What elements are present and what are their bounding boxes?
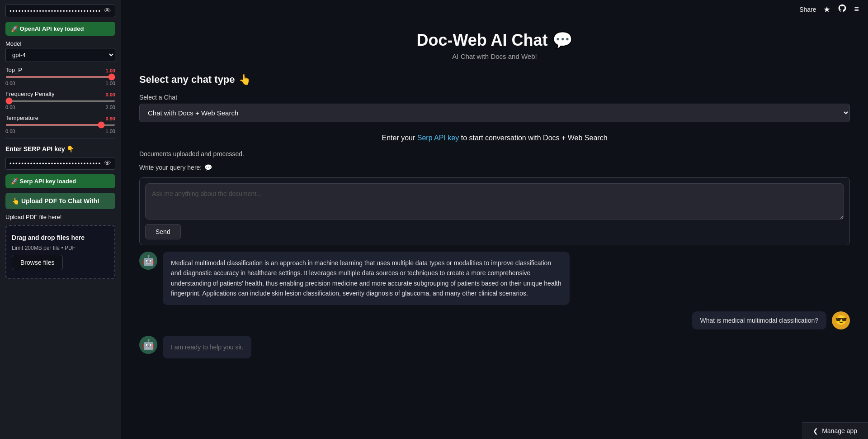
title-icon: 💬: [552, 31, 573, 50]
bot-bubble-1: Medical multimodal classification is an …: [163, 252, 570, 305]
query-input-section: Send: [139, 177, 850, 245]
menu-icon[interactable]: ≡: [854, 5, 859, 14]
chat-area: 🤖 Medical multimodal classification is a…: [139, 252, 850, 367]
main-subtitle: AI Chat with Docs and Web!: [121, 52, 868, 60]
serp-api-key-input[interactable]: [9, 160, 101, 167]
select-chat-icon: 👆: [239, 74, 251, 86]
top-p-max: 1.00: [106, 81, 115, 86]
star-icon[interactable]: ★: [823, 5, 830, 14]
serp-status-badge: 🚀 Serp API key loaded: [5, 174, 115, 188]
serp-eye-icon[interactable]: 👁: [104, 159, 111, 167]
freq-penalty-label: Frequency Penalty: [5, 91, 54, 97]
top-p-slider[interactable]: [5, 76, 115, 78]
top-p-min: 0.00: [5, 81, 15, 86]
bot-avatar-1: 🤖: [139, 252, 157, 270]
top-p-label: Top_P: [5, 67, 22, 73]
user-message-1: What is medical multimodal classificatio…: [139, 311, 850, 329]
openai-api-key-wrap: 👁: [5, 5, 115, 17]
file-dropzone[interactable]: Drag and drop files here Limit 200MB per…: [5, 225, 115, 279]
main-title: Doc-Web AI Chat 💬: [121, 31, 868, 50]
serp-api-key-wrap: 👁: [5, 157, 115, 170]
bot-avatar-2: 🤖: [139, 336, 157, 354]
openai-status-badge: 🚀 OpenAI API key loaded: [5, 22, 115, 36]
temperature-max: 1.00: [106, 129, 115, 134]
query-textarea[interactable]: [145, 183, 844, 220]
freq-penalty-max: 2.00: [106, 105, 115, 110]
dropzone-limit: Limit 200MB per file • PDF: [12, 245, 75, 251]
upload-pdf-button[interactable]: 👆 Upload PDF To Chat With!: [5, 193, 115, 209]
top-p-value: 1.00: [106, 68, 115, 73]
bot-message-1: 🤖 Medical multimodal classification is a…: [139, 252, 850, 305]
upload-pdf-label: Upload PDF file here!: [5, 214, 115, 220]
temperature-value: 0.90: [106, 116, 115, 121]
model-select[interactable]: gpt-4 gpt-3.5-turbo gpt-4-turbo: [5, 48, 115, 62]
manage-chevron-icon: ❮: [813, 427, 818, 434]
temperature-slider[interactable]: [5, 124, 115, 126]
serp-api-link[interactable]: Serp API key: [417, 134, 459, 142]
bot-bubble-2: I am ready to help you sir.: [163, 336, 251, 358]
topbar: Share ★ ≡: [790, 0, 868, 19]
freq-penalty-value: 0.00: [106, 92, 115, 97]
freq-penalty-slider[interactable]: [5, 100, 115, 102]
browse-files-button[interactable]: Browse files: [12, 255, 63, 270]
model-label: Model: [5, 40, 115, 47]
freq-penalty-min: 0.00: [5, 105, 15, 110]
user-bubble-1: What is medical multimodal classificatio…: [692, 311, 826, 329]
user-avatar-1: 😎: [832, 311, 850, 329]
bot-message-2: 🤖 I am ready to help you sir.: [139, 336, 850, 358]
model-section: Model gpt-4 gpt-3.5-turbo gpt-4-turbo: [5, 40, 115, 62]
temperature-section: Temperature 0.90 0.00 1.00: [5, 115, 115, 134]
serp-section-title: Enter SERP API key 👇: [5, 145, 115, 153]
select-chat-label: Select a Chat: [139, 94, 850, 101]
chat-type-select[interactable]: Chat with Docs + Web Search Chat with Do…: [139, 104, 850, 122]
share-button[interactable]: Share: [799, 6, 816, 13]
dropzone-title: Drag and drop files here: [12, 234, 85, 241]
top-p-section: Top_P 1.00 0.00 1.00: [5, 67, 115, 86]
query-label: Write your query here: 💬: [139, 164, 850, 171]
github-icon[interactable]: [838, 4, 847, 15]
docs-status: Documents uploaded and processed.: [139, 150, 850, 157]
send-button[interactable]: Send: [145, 224, 181, 239]
main-header: Doc-Web AI Chat 💬 AI Chat with Docs and …: [121, 20, 868, 65]
openai-api-key-input[interactable]: [9, 8, 101, 14]
select-chat-type-title: Select any chat type 👆: [139, 74, 850, 86]
temperature-min: 0.00: [5, 129, 15, 134]
chat-section: Select any chat type 👆 Select a Chat Cha…: [121, 65, 868, 439]
manage-app-label: Manage app: [822, 427, 857, 434]
main-content: Doc-Web AI Chat 💬 AI Chat with Docs and …: [121, 0, 868, 439]
sidebar: 👁 🚀 OpenAI API key loaded Model gpt-4 gp…: [0, 0, 121, 439]
freq-penalty-section: Frequency Penalty 0.00 0.00 2.00: [5, 91, 115, 110]
openai-eye-icon[interactable]: 👁: [104, 7, 111, 15]
query-icon: 💬: [204, 164, 212, 171]
app-layout: 👁 🚀 OpenAI API key loaded Model gpt-4 gp…: [0, 0, 868, 439]
manage-app-bar[interactable]: ❮ Manage app: [802, 422, 868, 439]
temperature-label: Temperature: [5, 115, 38, 121]
serp-banner: Enter your Serp API key to start convers…: [139, 129, 850, 144]
